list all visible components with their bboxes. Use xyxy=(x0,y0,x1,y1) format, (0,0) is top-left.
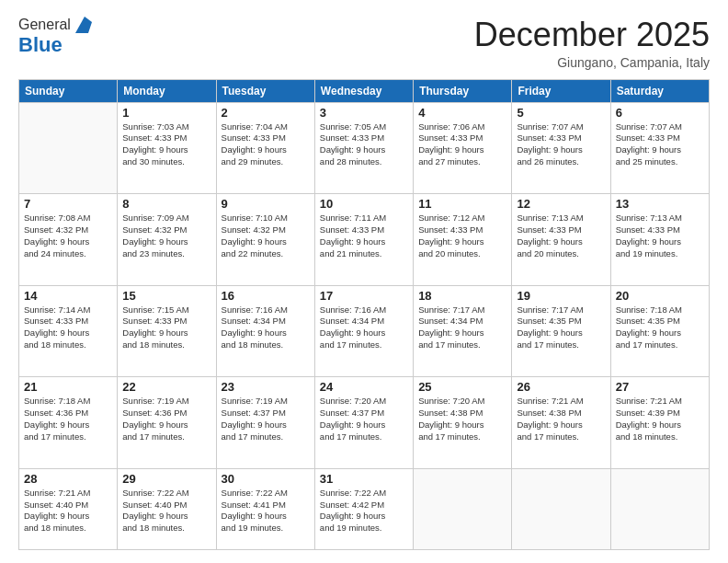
calendar-cell: 2Sunrise: 7:04 AMSunset: 4:33 PMDaylight… xyxy=(216,102,314,194)
day-number: 3 xyxy=(320,106,408,120)
calendar-cell: 23Sunrise: 7:19 AMSunset: 4:37 PMDayligh… xyxy=(216,377,314,469)
day-info: Sunrise: 7:19 AMSunset: 4:36 PMDaylight:… xyxy=(122,396,210,442)
logo: General Blue xyxy=(18,17,92,57)
day-info: Sunrise: 7:21 AMSunset: 4:39 PMDaylight:… xyxy=(616,396,704,442)
calendar-cell: 20Sunrise: 7:18 AMSunset: 4:35 PMDayligh… xyxy=(610,285,709,377)
calendar-cell: 12Sunrise: 7:13 AMSunset: 4:33 PMDayligh… xyxy=(512,194,610,286)
day-info: Sunrise: 7:15 AMSunset: 4:33 PMDaylight:… xyxy=(122,304,210,351)
calendar-cell: 13Sunrise: 7:13 AMSunset: 4:33 PMDayligh… xyxy=(610,194,709,286)
day-number: 28 xyxy=(24,472,112,486)
day-info: Sunrise: 7:17 AMSunset: 4:34 PMDaylight:… xyxy=(418,304,506,351)
day-info: Sunrise: 7:13 AMSunset: 4:33 PMDaylight:… xyxy=(517,213,605,259)
calendar-cell: 29Sunrise: 7:22 AMSunset: 4:40 PMDayligh… xyxy=(118,468,216,549)
day-info: Sunrise: 7:16 AMSunset: 4:34 PMDaylight:… xyxy=(320,304,408,351)
day-info: Sunrise: 7:07 AMSunset: 4:33 PMDaylight:… xyxy=(616,121,704,168)
logo-general-text: General xyxy=(18,17,71,33)
day-number: 16 xyxy=(222,289,310,303)
day-info: Sunrise: 7:22 AMSunset: 4:40 PMDaylight:… xyxy=(122,488,210,534)
day-number: 26 xyxy=(517,380,605,394)
calendar-cell: 21Sunrise: 7:18 AMSunset: 4:36 PMDayligh… xyxy=(19,377,118,469)
week-row-2: 7Sunrise: 7:08 AMSunset: 4:32 PMDaylight… xyxy=(19,194,710,286)
day-number: 19 xyxy=(517,289,605,303)
day-number: 29 xyxy=(122,472,210,486)
day-number: 4 xyxy=(418,106,506,120)
col-header-wednesday: Wednesday xyxy=(314,79,413,102)
day-number: 25 xyxy=(418,380,506,394)
day-info: Sunrise: 7:08 AMSunset: 4:32 PMDaylight:… xyxy=(24,213,112,259)
col-header-sunday: Sunday xyxy=(19,79,118,102)
month-title: December 2025 xyxy=(474,17,710,53)
day-number: 27 xyxy=(616,380,704,394)
calendar-cell: 19Sunrise: 7:17 AMSunset: 4:35 PMDayligh… xyxy=(512,285,610,377)
calendar-cell: 7Sunrise: 7:08 AMSunset: 4:32 PMDaylight… xyxy=(19,194,118,286)
calendar-cell xyxy=(19,102,118,194)
day-number: 9 xyxy=(222,197,310,211)
calendar-cell: 9Sunrise: 7:10 AMSunset: 4:32 PMDaylight… xyxy=(216,194,314,286)
day-info: Sunrise: 7:04 AMSunset: 4:33 PMDaylight:… xyxy=(222,121,310,168)
day-number: 20 xyxy=(616,289,704,303)
day-number: 23 xyxy=(222,380,310,394)
day-number: 31 xyxy=(320,472,408,486)
day-number: 18 xyxy=(418,289,506,303)
day-info: Sunrise: 7:22 AMSunset: 4:41 PMDaylight:… xyxy=(222,488,310,534)
calendar-cell xyxy=(512,468,610,549)
day-number: 11 xyxy=(418,197,506,211)
day-info: Sunrise: 7:21 AMSunset: 4:38 PMDaylight:… xyxy=(517,396,605,442)
week-row-1: 1Sunrise: 7:03 AMSunset: 4:33 PMDaylight… xyxy=(19,102,710,194)
day-info: Sunrise: 7:03 AMSunset: 4:33 PMDaylight:… xyxy=(122,121,210,168)
day-number: 10 xyxy=(320,197,408,211)
day-number: 1 xyxy=(122,106,210,120)
calendar-cell: 26Sunrise: 7:21 AMSunset: 4:38 PMDayligh… xyxy=(512,377,610,469)
day-number: 17 xyxy=(320,289,408,303)
location: Giungano, Campania, Italy xyxy=(474,55,710,70)
calendar-cell: 27Sunrise: 7:21 AMSunset: 4:39 PMDayligh… xyxy=(610,377,709,469)
col-header-thursday: Thursday xyxy=(414,79,512,102)
col-header-tuesday: Tuesday xyxy=(216,79,314,102)
page: General Blue December 2025 Giungano, Cam… xyxy=(0,0,728,563)
day-number: 2 xyxy=(222,106,310,120)
calendar-cell: 24Sunrise: 7:20 AMSunset: 4:37 PMDayligh… xyxy=(314,377,413,469)
calendar-cell: 16Sunrise: 7:16 AMSunset: 4:34 PMDayligh… xyxy=(216,285,314,377)
calendar-cell: 25Sunrise: 7:20 AMSunset: 4:38 PMDayligh… xyxy=(414,377,512,469)
header: General Blue December 2025 Giungano, Cam… xyxy=(18,17,710,70)
calendar-cell: 22Sunrise: 7:19 AMSunset: 4:36 PMDayligh… xyxy=(118,377,216,469)
calendar-cell: 14Sunrise: 7:14 AMSunset: 4:33 PMDayligh… xyxy=(19,285,118,377)
logo-blue-text: Blue xyxy=(18,33,63,57)
day-header-row: SundayMondayTuesdayWednesdayThursdayFrid… xyxy=(19,79,710,102)
calendar-cell: 28Sunrise: 7:21 AMSunset: 4:40 PMDayligh… xyxy=(19,468,118,549)
calendar-cell: 30Sunrise: 7:22 AMSunset: 4:41 PMDayligh… xyxy=(216,468,314,549)
col-header-saturday: Saturday xyxy=(610,79,709,102)
day-info: Sunrise: 7:22 AMSunset: 4:42 PMDaylight:… xyxy=(320,488,408,534)
title-section: December 2025 Giungano, Campania, Italy xyxy=(474,17,710,70)
day-number: 22 xyxy=(122,380,210,394)
day-info: Sunrise: 7:18 AMSunset: 4:35 PMDaylight:… xyxy=(616,304,704,351)
day-info: Sunrise: 7:16 AMSunset: 4:34 PMDaylight:… xyxy=(222,304,310,351)
day-info: Sunrise: 7:12 AMSunset: 4:33 PMDaylight:… xyxy=(418,213,506,259)
logo-triangle-icon xyxy=(72,17,92,33)
calendar-cell: 15Sunrise: 7:15 AMSunset: 4:33 PMDayligh… xyxy=(118,285,216,377)
day-info: Sunrise: 7:18 AMSunset: 4:36 PMDaylight:… xyxy=(24,396,112,442)
day-info: Sunrise: 7:17 AMSunset: 4:35 PMDaylight:… xyxy=(517,304,605,351)
calendar-cell: 31Sunrise: 7:22 AMSunset: 4:42 PMDayligh… xyxy=(314,468,413,549)
day-number: 5 xyxy=(517,106,605,120)
calendar-cell: 17Sunrise: 7:16 AMSunset: 4:34 PMDayligh… xyxy=(314,285,413,377)
day-info: Sunrise: 7:09 AMSunset: 4:32 PMDaylight:… xyxy=(122,213,210,259)
calendar-cell xyxy=(610,468,709,549)
day-info: Sunrise: 7:20 AMSunset: 4:37 PMDaylight:… xyxy=(320,396,408,442)
day-number: 8 xyxy=(122,197,210,211)
col-header-monday: Monday xyxy=(118,79,216,102)
day-info: Sunrise: 7:05 AMSunset: 4:33 PMDaylight:… xyxy=(320,121,408,168)
day-info: Sunrise: 7:11 AMSunset: 4:33 PMDaylight:… xyxy=(320,213,408,259)
day-number: 12 xyxy=(517,197,605,211)
day-number: 7 xyxy=(24,197,112,211)
week-row-4: 21Sunrise: 7:18 AMSunset: 4:36 PMDayligh… xyxy=(19,377,710,469)
calendar-cell: 11Sunrise: 7:12 AMSunset: 4:33 PMDayligh… xyxy=(414,194,512,286)
calendar-cell: 4Sunrise: 7:06 AMSunset: 4:33 PMDaylight… xyxy=(414,102,512,194)
day-info: Sunrise: 7:13 AMSunset: 4:33 PMDaylight:… xyxy=(616,213,704,259)
day-info: Sunrise: 7:14 AMSunset: 4:33 PMDaylight:… xyxy=(24,304,112,351)
calendar-cell: 18Sunrise: 7:17 AMSunset: 4:34 PMDayligh… xyxy=(414,285,512,377)
day-info: Sunrise: 7:10 AMSunset: 4:32 PMDaylight:… xyxy=(222,213,310,259)
col-header-friday: Friday xyxy=(512,79,610,102)
week-row-3: 14Sunrise: 7:14 AMSunset: 4:33 PMDayligh… xyxy=(19,285,710,377)
calendar-cell: 10Sunrise: 7:11 AMSunset: 4:33 PMDayligh… xyxy=(314,194,413,286)
